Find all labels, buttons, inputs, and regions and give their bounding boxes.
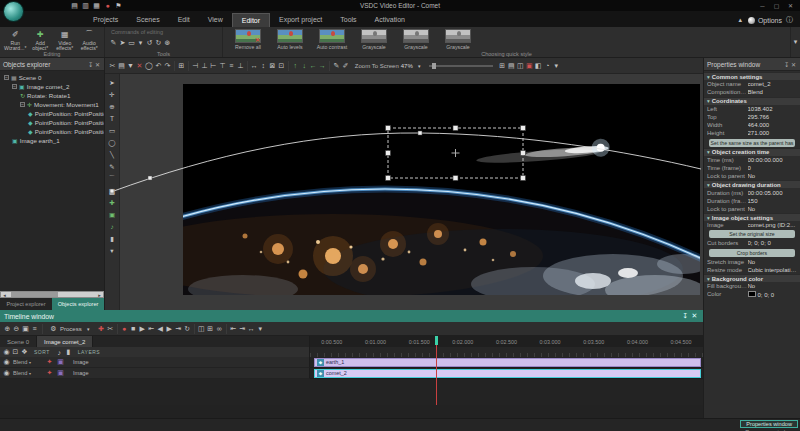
add-marker-icon[interactable]: ✚ — [97, 324, 106, 334]
tree-item-pointposition-pointpositio[interactable]: ◆PointPosition: PointPositio — [0, 127, 104, 136]
menu-tab-projects[interactable]: Projects — [84, 13, 127, 27]
tl-more-icon[interactable]: ▾ — [256, 324, 265, 334]
lock-all-icon[interactable]: ⊡ — [11, 347, 20, 357]
expander-icon[interactable]: − — [12, 84, 17, 89]
playhead[interactable] — [436, 336, 437, 405]
move-tool-icon[interactable]: ✛ — [108, 89, 117, 100]
new-project-icon[interactable]: ▤ — [70, 1, 79, 11]
zoom-slider[interactable] — [429, 65, 493, 67]
align-center-icon[interactable]: ⊥ — [200, 61, 209, 71]
pencil-tool-icon[interactable]: ✎ — [108, 161, 117, 172]
close-button[interactable]: ✕ — [786, 1, 795, 11]
more-styles-icon[interactable]: ▾ — [791, 37, 800, 47]
zoom-caret-icon[interactable]: ▾ — [415, 61, 424, 71]
ellipse-tool-icon[interactable]: ◯ — [107, 137, 116, 148]
effects-icon[interactable]: ✦ — [45, 357, 54, 367]
menu-tab-export-project[interactable]: Export project — [270, 13, 331, 27]
zoom-slider-thumb[interactable] — [432, 63, 436, 69]
loop-button[interactable]: ↻ — [183, 324, 192, 334]
close-icon[interactable]: ✕ — [790, 59, 797, 69]
preview-canvas[interactable] — [183, 84, 700, 295]
zoom-value[interactable]: 47% — [401, 63, 413, 69]
props-section-background-color[interactable]: ▾Background color — [704, 274, 800, 282]
add-movement-tool-icon[interactable]: ✚ — [108, 197, 117, 208]
tree-item-image-comet-2[interactable]: −▣Image comet_2 — [0, 82, 104, 91]
set-original-size-button[interactable]: Set the original size — [709, 230, 795, 238]
add-sprite-tool-icon[interactable]: ▣ — [108, 209, 117, 220]
blend-mode-dropdown[interactable]: Blend ▾ — [13, 370, 43, 376]
timeline-tab-scene-0[interactable]: Scene 0 — [0, 336, 37, 347]
menu-tab-activation[interactable]: Activation — [366, 13, 414, 27]
tree-item-movement-movement1[interactable]: −✛Movement: Movement1 — [0, 100, 104, 109]
tree-item-scene-0[interactable]: −▦Scene 0 — [0, 73, 104, 82]
property-value[interactable]: No — [748, 283, 798, 289]
record-badge-icon[interactable]: ● — [103, 1, 112, 11]
split-clip-icon[interactable]: ✂ — [106, 324, 115, 334]
first-frame-button[interactable]: ⇤ — [147, 324, 156, 334]
tree-item-image-earth-1[interactable]: ▣Image earth_1 — [0, 136, 104, 145]
eye-all-icon[interactable]: ◉ — [2, 347, 11, 357]
save-project-icon[interactable]: ▦ — [92, 1, 101, 11]
minimize-button[interactable]: ─ — [758, 1, 767, 11]
audio-effects-button[interactable]: ⌒Audio effects* — [78, 28, 100, 52]
property-value[interactable]: 150 — [748, 198, 798, 204]
stop-button[interactable]: ■ — [129, 324, 138, 334]
copy-icon[interactable]: ▤ — [117, 61, 126, 71]
tree-item-pointposition-pointpositio[interactable]: ◆PointPosition: PointPositio — [0, 109, 104, 118]
property-value[interactable]: Blend — [748, 89, 798, 95]
add-object-button[interactable]: ✚Add object* — [29, 28, 51, 52]
add-audio-tool-icon[interactable]: ♪ — [108, 221, 117, 232]
property-value[interactable]: No — [748, 259, 798, 265]
menu-tab-editor[interactable]: Editor — [232, 13, 270, 27]
add-video-tool-icon[interactable]: ▮ — [108, 233, 117, 244]
props-section-common-settings[interactable]: ▾Common settings — [704, 72, 800, 80]
style-grayscale-button[interactable]: Grayscale — [397, 29, 435, 50]
text-tool-icon[interactable]: T — [108, 113, 117, 124]
more-shapes-icon[interactable]: ▾ — [136, 38, 145, 48]
play-button[interactable]: ▶ — [138, 324, 147, 334]
pin-icon[interactable]: ↧ — [87, 59, 94, 69]
props-section-image-object-settings[interactable]: ▾Image object settings — [704, 213, 800, 221]
effects-icon[interactable]: ✦ — [45, 368, 54, 378]
group-icon[interactable]: ❖ — [20, 347, 29, 357]
guides-icon[interactable]: ◫ — [516, 61, 525, 71]
scroll-right-icon[interactable]: ▸ — [96, 292, 103, 298]
redo-icon[interactable]: ↷ — [163, 61, 172, 71]
property-value[interactable]: comet_2 — [748, 81, 798, 87]
film-icon[interactable]: ▮ — [64, 347, 73, 357]
eye-icon[interactable]: ◉ — [2, 368, 11, 378]
clear-icon[interactable]: ◯ — [144, 61, 154, 71]
tl-zoom-menu-icon[interactable]: ≡ — [30, 324, 39, 334]
style-grayscale-button[interactable]: Grayscale — [355, 29, 393, 50]
background-icon[interactable]: ◧ — [534, 61, 543, 71]
move-clip-left-icon[interactable]: ⇤ — [229, 324, 238, 334]
run-wizard-button[interactable]: ✐Run Wizard...* — [4, 28, 26, 52]
property-value[interactable]: 00:00:05.000 — [748, 190, 798, 196]
zoom-tool-icon[interactable]: ⊕ — [108, 101, 117, 112]
color-swatch[interactable] — [748, 291, 756, 297]
original-size-icon[interactable]: ⊡ — [277, 61, 286, 71]
align-right-icon[interactable]: ⊢ — [209, 61, 218, 71]
quality-icon[interactable]: ◔ — [543, 61, 552, 71]
crop-borders-button[interactable]: Crop borders — [709, 249, 795, 257]
expand-all-icon[interactable]: ↔ — [247, 324, 256, 334]
menu-tab-scenes[interactable]: Scenes — [127, 13, 168, 27]
set-same-size-button[interactable]: Set the same size as the parent has — [709, 139, 795, 147]
line-tool-icon[interactable]: ╲ — [108, 149, 117, 160]
tl-zoom-in-icon[interactable]: ⊕ — [3, 324, 12, 334]
eye-icon[interactable]: ◉ — [2, 357, 11, 367]
mute-all-icon[interactable]: ♪ — [55, 347, 64, 357]
curve-tool-icon[interactable]: ⌒ — [108, 173, 117, 184]
property-value[interactable]: 00:00:00.000 — [748, 157, 798, 163]
info-icon[interactable]: ⓘ — [785, 15, 794, 25]
split-view-icon[interactable]: ◫ — [197, 324, 206, 334]
rect-tool-icon[interactable]: ▭ — [108, 125, 117, 136]
property-value[interactable]: 0; 0; 0; 0 — [748, 240, 798, 246]
close-icon[interactable]: ✕ — [94, 59, 101, 69]
flag-icon[interactable]: ⚑ — [114, 1, 123, 11]
sort-label[interactable]: SORT — [34, 349, 50, 355]
wizard-tool-icon[interactable]: ⊛ — [163, 38, 172, 48]
align-bottom-icon[interactable]: ⊥ — [236, 61, 245, 71]
pen-tool-icon[interactable]: ✎ — [109, 38, 118, 48]
undo-icon[interactable]: ↶ — [154, 61, 163, 71]
